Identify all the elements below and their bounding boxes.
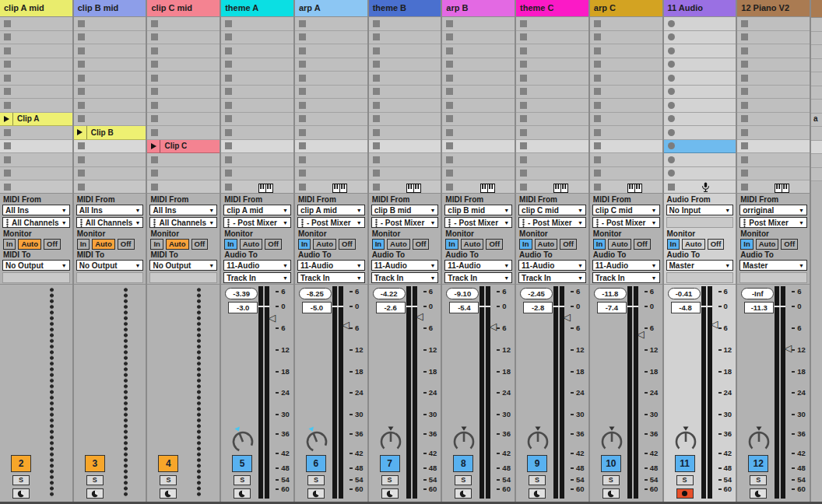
slot-stop-button[interactable]	[741, 170, 748, 177]
solo-button[interactable]: S	[676, 475, 694, 485]
clip-slot[interactable]	[442, 140, 515, 154]
solo-button[interactable]: S	[602, 475, 620, 485]
slot-stop-button[interactable]	[520, 115, 527, 122]
clip-slot[interactable]	[442, 31, 515, 45]
clip-slot[interactable]	[0, 31, 72, 45]
slot-stop-button[interactable]	[4, 61, 11, 68]
clip-slot[interactable]	[0, 72, 72, 86]
solo-button[interactable]: S	[307, 475, 325, 485]
clip-slot[interactable]	[442, 167, 515, 181]
clip-slot[interactable]	[74, 140, 146, 154]
monitor-auto-button[interactable]: Auto	[535, 239, 558, 250]
slot-stop-button[interactable]	[225, 20, 232, 27]
volume-value-box[interactable]: -5.4	[449, 302, 479, 313]
slot-stop-button[interactable]	[4, 170, 11, 177]
clip-slot[interactable]	[147, 31, 220, 45]
slot-stop-button[interactable]	[4, 156, 11, 163]
clip-slot[interactable]	[369, 72, 441, 86]
clip-slot[interactable]	[590, 44, 662, 58]
clip-slot[interactable]	[147, 86, 220, 100]
device-activator-button[interactable]	[86, 488, 104, 499]
track-activator-button[interactable]: 4	[158, 455, 178, 472]
slot-record-button[interactable]	[668, 156, 675, 163]
clip-slot[interactable]	[0, 44, 72, 58]
clip-slot[interactable]	[516, 113, 588, 127]
clip-slot[interactable]	[295, 153, 367, 167]
monitor-in-button[interactable]: In	[224, 239, 237, 250]
clip-slot[interactable]	[74, 113, 146, 127]
clip-slot[interactable]	[590, 58, 662, 72]
slot-stop-button[interactable]	[594, 33, 601, 40]
track-title[interactable]: theme C	[516, 0, 588, 17]
slot-stop-button[interactable]	[299, 20, 306, 27]
slot-stop-button[interactable]	[225, 75, 232, 82]
output-destination-dropdown[interactable]: No Output▼	[2, 260, 70, 271]
output-channel-dropdown[interactable]: Track In▼	[592, 272, 660, 283]
clip-play-button[interactable]	[147, 140, 160, 153]
clip-slot[interactable]	[590, 72, 662, 86]
output-destination-dropdown[interactable]: 11-Audio▼	[592, 260, 660, 271]
clip-slot[interactable]	[590, 99, 662, 113]
slot-stop-button[interactable]	[4, 88, 11, 95]
slot-stop-button[interactable]	[446, 20, 453, 27]
device-activator-button[interactable]	[307, 488, 325, 499]
clip-slot[interactable]	[369, 44, 441, 58]
stop-all-button[interactable]	[741, 184, 748, 191]
slot-stop-button[interactable]	[520, 20, 527, 27]
clip-slot[interactable]	[295, 99, 367, 113]
clip-slot[interactable]	[369, 86, 441, 100]
slot-stop-button[interactable]	[520, 129, 527, 136]
slot-stop-button[interactable]	[520, 102, 527, 109]
volume-value-box[interactable]: -7.4	[597, 302, 627, 313]
stop-all-button[interactable]	[668, 184, 675, 191]
clip-slot[interactable]	[442, 17, 515, 31]
clip-slot[interactable]	[664, 72, 736, 86]
input-source-dropdown[interactable]: clip C mid▼	[592, 205, 660, 215]
slot-stop-button[interactable]	[594, 47, 601, 54]
output-channel-dropdown[interactable]: Track In▼	[297, 272, 365, 283]
clip-slot[interactable]	[147, 58, 220, 72]
slot-stop-button[interactable]	[741, 115, 748, 122]
slot-record-button[interactable]	[668, 129, 675, 136]
slot-stop-button[interactable]	[741, 156, 748, 163]
input-source-dropdown[interactable]: All Ins▼	[76, 205, 144, 215]
slot-record-button[interactable]	[668, 75, 675, 82]
clip-slot[interactable]	[737, 31, 810, 45]
pan-knob[interactable]	[523, 425, 553, 458]
input-channel-dropdown[interactable]: - Post Mixer▼	[297, 217, 365, 228]
clip-slot[interactable]	[516, 99, 588, 113]
slot-record-button[interactable]	[668, 47, 675, 54]
clip-slot[interactable]	[295, 167, 367, 181]
pan-knob[interactable]	[228, 425, 258, 458]
device-activator-button[interactable]	[602, 488, 620, 499]
device-activator-button[interactable]	[750, 488, 767, 499]
track-title[interactable]: theme A	[221, 0, 293, 17]
peak-level-readout[interactable]: -4.22	[373, 288, 406, 299]
device-activator-button[interactable]	[234, 488, 251, 499]
slot-stop-button[interactable]	[373, 88, 380, 95]
clip-slot[interactable]	[295, 17, 367, 31]
clip-slot[interactable]	[737, 17, 810, 31]
monitor-auto-button[interactable]: Auto	[387, 239, 410, 250]
track-activator-button[interactable]: 12	[748, 455, 768, 472]
track-activator-button[interactable]: 9	[527, 455, 547, 472]
slot-stop-button[interactable]	[78, 20, 85, 27]
track-title[interactable]: 12 Piano V2	[737, 0, 810, 17]
clip-slot[interactable]	[221, 31, 293, 45]
monitor-auto-button[interactable]: Auto	[240, 239, 263, 250]
slot-stop-button[interactable]	[225, 102, 232, 109]
solo-button[interactable]: S	[529, 475, 546, 485]
clip-slot[interactable]	[295, 31, 367, 45]
slot-stop-button[interactable]	[299, 102, 306, 109]
volume-value-box[interactable]: -4.8	[671, 302, 701, 313]
track-activator-button[interactable]: 6	[306, 455, 326, 472]
volume-fader-handle[interactable]: ◁	[711, 319, 718, 329]
monitor-in-button[interactable]: In	[445, 239, 458, 250]
monitor-off-button[interactable]: Off	[413, 239, 430, 250]
slot-stop-button[interactable]	[78, 115, 85, 122]
slot-record-button[interactable]	[668, 20, 675, 27]
clip-slot[interactable]	[590, 86, 662, 100]
slot-stop-button[interactable]	[373, 115, 380, 122]
clip-slot[interactable]	[737, 86, 810, 100]
slot-stop-button[interactable]	[151, 33, 158, 40]
